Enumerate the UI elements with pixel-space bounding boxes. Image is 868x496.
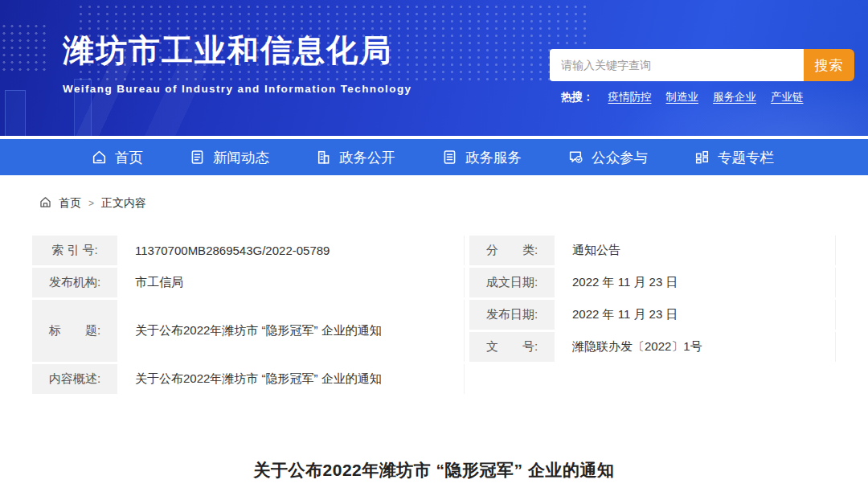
site-header: 潍坊市工业和信息化局 Weifang Bureau of Industry an… bbox=[0, 0, 868, 139]
meta-column-right: 分 类: 通知公告 成文日期: 2022 年 11 月 23 日 发布日期: 2… bbox=[469, 236, 836, 396]
search-box: 搜索 bbox=[550, 49, 854, 81]
home-icon bbox=[91, 149, 108, 166]
breadcrumb-current: 正文内容 bbox=[101, 196, 146, 211]
meta-row-document-number: 文 号: 潍隐联办发〔2022〕1号 bbox=[469, 332, 836, 362]
search-button[interactable]: 搜索 bbox=[804, 49, 854, 81]
nav-item-label: 政务服务 bbox=[465, 148, 522, 167]
hot-search-link[interactable]: 服务企业 bbox=[713, 90, 756, 105]
nav-item-gov-service[interactable]: 政务服务 bbox=[441, 148, 522, 167]
meta-row-title: 标 题: 关于公布2022年潍坊市 “隐形冠军” 企业的通知 bbox=[32, 300, 465, 362]
meta-label: 标 题: bbox=[32, 300, 117, 362]
breadcrumb-home-label: 首页 bbox=[59, 196, 81, 211]
breadcrumb-home-link[interactable]: 首页 bbox=[39, 195, 81, 211]
gov-service-icon bbox=[441, 149, 458, 166]
nav-item-label: 公众参与 bbox=[592, 148, 648, 167]
meta-label: 成文日期: bbox=[469, 268, 555, 297]
meta-label: 发布机构: bbox=[32, 268, 117, 297]
meta-row-issuing-agency: 发布机构: 市工信局 bbox=[32, 268, 465, 297]
topics-icon bbox=[694, 149, 710, 166]
nav-item-news[interactable]: 新闻动态 bbox=[189, 148, 269, 167]
breadcrumb: 首页 > 正文内容 bbox=[0, 175, 868, 211]
hot-search-label: 热搜： bbox=[561, 90, 594, 105]
building-silhouette bbox=[5, 90, 26, 139]
hot-search-link[interactable]: 产业链 bbox=[771, 90, 804, 105]
meta-value: 11370700MB2869543G/2022-05789 bbox=[117, 236, 465, 265]
meta-label: 发布日期: bbox=[469, 300, 555, 330]
nav-item-label: 政务公开 bbox=[339, 148, 395, 167]
nav-item-home[interactable]: 首页 bbox=[91, 148, 143, 167]
breadcrumb-separator: > bbox=[88, 198, 94, 209]
news-icon bbox=[189, 149, 206, 166]
meta-column-left: 索 引 号: 11370700MB2869543G/2022-05789 发布机… bbox=[32, 236, 465, 396]
gov-open-icon bbox=[315, 149, 332, 166]
meta-value: 通知公告 bbox=[555, 236, 836, 265]
nav-item-topics[interactable]: 专题专栏 bbox=[694, 148, 774, 167]
meta-value: 2022 年 11 月 23 日 bbox=[555, 268, 836, 297]
dots-decoration-left bbox=[0, 23, 47, 71]
meta-row-publish-date: 发布日期: 2022 年 11 月 23 日 bbox=[469, 300, 836, 330]
home-icon bbox=[39, 195, 52, 211]
meta-row-index-number: 索 引 号: 11370700MB2869543G/2022-05789 bbox=[32, 236, 465, 265]
meta-row-written-date: 成文日期: 2022 年 11 月 23 日 bbox=[469, 268, 836, 297]
meta-value: 关于公布2022年潍坊市 “隐形冠军” 企业的通知 bbox=[117, 364, 465, 394]
site-subtitle: Weifang Bureau of Industry and Informati… bbox=[63, 83, 411, 95]
nav-item-label: 专题专栏 bbox=[718, 148, 774, 167]
meta-value: 市工信局 bbox=[117, 268, 465, 297]
site-title: 潍坊市工业和信息化局 bbox=[63, 29, 411, 72]
hot-search-bar: 热搜： 疫情防控 制造业 服务企业 产业链 bbox=[550, 90, 854, 105]
participation-icon bbox=[567, 149, 584, 166]
site-brand: 潍坊市工业和信息化局 Weifang Bureau of Industry an… bbox=[63, 29, 411, 95]
meta-value: 潍隐联办发〔2022〕1号 bbox=[555, 332, 836, 362]
nav-item-label: 首页 bbox=[115, 148, 143, 167]
main-nav: 首页 新闻动态 政务公开 政务服务 公众参与 bbox=[0, 139, 868, 175]
meta-row-category: 分 类: 通知公告 bbox=[469, 236, 836, 265]
article-title: 关于公布2022年潍坊市 “隐形冠军” 企业的通知 bbox=[0, 459, 868, 482]
meta-value: 2022 年 11 月 23 日 bbox=[555, 300, 836, 330]
hot-search-link[interactable]: 制造业 bbox=[666, 90, 699, 105]
nav-item-participation[interactable]: 公众参与 bbox=[567, 148, 648, 167]
meta-row-content-summary: 内容概述: 关于公布2022年潍坊市 “隐形冠军” 企业的通知 bbox=[32, 364, 465, 394]
page: 潍坊市工业和信息化局 Weifang Bureau of Industry an… bbox=[0, 0, 868, 496]
nav-item-label: 新闻动态 bbox=[213, 148, 269, 167]
search-area: 搜索 热搜： 疫情防控 制造业 服务企业 产业链 bbox=[550, 49, 854, 105]
meta-label: 内容概述: bbox=[32, 364, 117, 394]
meta-value: 关于公布2022年潍坊市 “隐形冠军” 企业的通知 bbox=[117, 300, 465, 362]
meta-label: 索 引 号: bbox=[32, 236, 117, 265]
nav-item-gov-open[interactable]: 政务公开 bbox=[315, 148, 395, 167]
search-input[interactable] bbox=[550, 49, 804, 81]
hot-search-link[interactable]: 疫情防控 bbox=[608, 90, 652, 105]
meta-label: 分 类: bbox=[469, 236, 555, 265]
document-meta-table: 索 引 号: 11370700MB2869543G/2022-05789 发布机… bbox=[32, 236, 836, 396]
meta-label: 文 号: bbox=[469, 332, 555, 362]
